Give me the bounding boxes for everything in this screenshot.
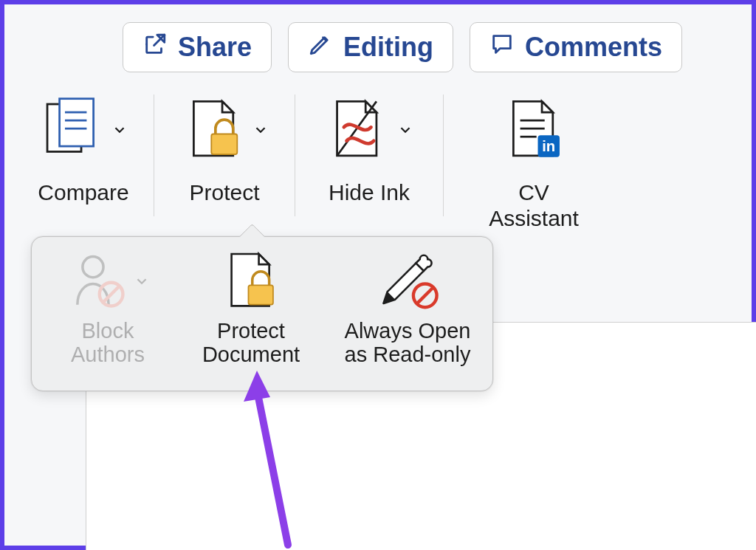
comments-label: Comments (525, 32, 662, 63)
svg-text:in: in (542, 138, 555, 154)
cv-assistant-icon: in (500, 96, 568, 167)
hide-ink-button[interactable]: Hide Ink (295, 87, 443, 206)
ribbon-row: Compare Protect (4, 87, 752, 242)
always-open-read-only-label: Always Openas Read-only (345, 320, 471, 367)
protect-button[interactable]: Protect (154, 87, 295, 206)
compare-button[interactable]: Compare (13, 87, 154, 206)
svg-rect-7 (211, 134, 237, 155)
block-authors-label: BlockAuthors (71, 320, 145, 367)
svg-marker-12 (542, 101, 553, 112)
always-open-read-only-button[interactable]: Always Openas Read-only (324, 244, 491, 386)
chevron-down-icon (134, 273, 150, 292)
svg-marker-22 (259, 254, 269, 264)
svg-rect-1 (60, 99, 94, 146)
share-label: Share (178, 32, 252, 63)
comment-icon (489, 32, 515, 63)
protect-document-icon (219, 249, 284, 317)
hide-ink-label: Hide Ink (329, 180, 410, 206)
chevron-down-icon (111, 122, 128, 141)
block-authors-icon (66, 249, 131, 317)
protect-dropdown-popover: BlockAuthors ProtectDocument (31, 236, 493, 391)
block-authors-button: BlockAuthors (38, 244, 178, 386)
chevron-down-icon (397, 122, 413, 141)
app-frame: Share Editing Comments (0, 0, 756, 550)
protect-document-button[interactable]: ProtectDocument (178, 244, 324, 386)
svg-marker-6 (222, 101, 233, 112)
svg-rect-23 (248, 285, 272, 304)
svg-point-18 (83, 257, 103, 278)
protect-document-label: ProtectDocument (202, 320, 300, 367)
protect-label: Protect (189, 180, 259, 206)
chevron-down-icon (252, 122, 269, 141)
editing-label: Editing (343, 32, 433, 63)
cv-assistant-label: CVAssistant (489, 180, 579, 231)
comments-button[interactable]: Comments (470, 22, 682, 72)
protect-lock-icon (180, 96, 248, 167)
share-icon (142, 32, 168, 63)
svg-line-26 (417, 288, 433, 303)
compare-label: Compare (38, 180, 128, 206)
cv-assistant-button[interactable]: in CVAssistant (444, 87, 606, 231)
share-button[interactable]: Share (123, 22, 272, 72)
read-only-pencil-icon (371, 249, 444, 317)
compare-documents-icon (39, 96, 107, 167)
editing-mode-button[interactable]: Editing (288, 22, 453, 72)
pencil-icon (308, 32, 333, 63)
hide-ink-icon (325, 96, 393, 167)
top-action-row: Share Editing Comments (4, 4, 752, 87)
